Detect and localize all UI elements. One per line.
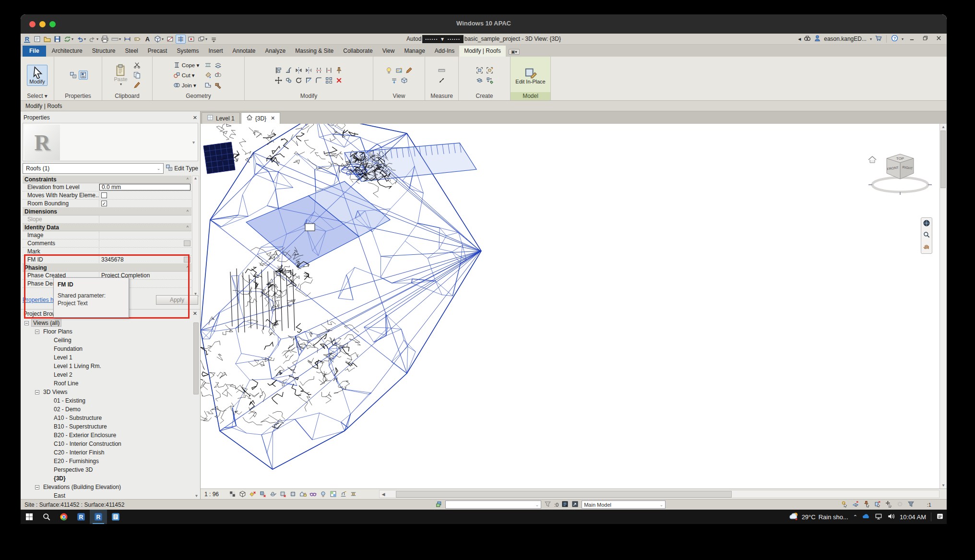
move-button[interactable]	[274, 76, 283, 85]
window-restore-button[interactable]	[920, 35, 930, 43]
ellipsis-button[interactable]	[184, 240, 190, 246]
save-button[interactable]	[53, 35, 62, 44]
canvas-horizontal-scrollbar[interactable]: ◀	[379, 490, 939, 498]
join-button[interactable]: Join ▾	[172, 81, 200, 90]
measure-ruler-button[interactable]: ▾	[110, 35, 122, 44]
taskbar-revit-active-icon[interactable]: R	[90, 510, 107, 524]
help-icon[interactable]: ?	[891, 35, 898, 43]
model-canvas[interactable]: TOP FRONT RIGHT ▲▼	[201, 124, 947, 489]
network-icon[interactable]	[875, 512, 882, 522]
properties-scrollbar[interactable]: ▲▼	[192, 176, 199, 297]
view-box-button[interactable]	[400, 76, 409, 85]
temporary-hide-button[interactable]	[319, 490, 327, 499]
create-assembly-button[interactable]	[475, 76, 484, 85]
collapse-icon[interactable]	[35, 485, 39, 489]
collapse-icon[interactable]	[24, 321, 29, 325]
underlay-arrow-button[interactable]	[390, 76, 399, 85]
tree-item-e20-furnishings[interactable]: E20 - Furnishings	[22, 457, 192, 465]
taskbar-revit-icon[interactable]: R	[72, 510, 90, 524]
project-browser-close-icon[interactable]: ✕	[193, 310, 197, 317]
mirror-draw-button[interactable]	[304, 66, 313, 75]
shadows-off-button[interactable]	[258, 490, 267, 499]
close-hidden-windows-button[interactable]	[187, 35, 196, 44]
tree-item--3d-[interactable]: {3D}	[22, 474, 192, 483]
property-row-fm-id[interactable]: FM ID3345678	[23, 256, 191, 264]
tree-item-level-1-living-rm-[interactable]: Level 1 Living Rm.	[22, 362, 192, 370]
sync-button[interactable]: ▾	[63, 35, 74, 44]
scroll-down-icon[interactable]: ▼	[193, 494, 200, 498]
tab-file[interactable]: File	[23, 46, 46, 57]
cut-button[interactable]: Cut ▾	[172, 71, 200, 80]
tree-item-01-existing[interactable]: 01 - Existing	[22, 396, 192, 405]
beam-system-button[interactable]	[203, 60, 213, 70]
drag-on-selection-toggle[interactable]	[885, 500, 892, 509]
select-links-toggle[interactable]	[841, 500, 848, 509]
thin-lines-button[interactable]	[176, 35, 186, 44]
print-button[interactable]	[100, 35, 109, 44]
collapse-search-icon[interactable]: ◂	[798, 36, 801, 42]
zoom-tool-icon[interactable]	[923, 231, 930, 240]
locked-3d-view-button[interactable]	[298, 490, 307, 499]
property-row-mark[interactable]: Mark	[23, 248, 191, 256]
section-button[interactable]	[166, 35, 175, 44]
tab-annotate[interactable]: Annotate	[227, 46, 260, 57]
tree-item-a10-substructure[interactable]: A10 - Substructure	[22, 414, 192, 422]
workset-dropdown[interactable]: ⌄	[445, 500, 541, 509]
section-dimensions[interactable]: Dimensions^	[23, 208, 191, 215]
trim-extend-button[interactable]	[304, 76, 313, 85]
tree-item-c20-interior-finish[interactable]: C20 - Interior Finish	[22, 448, 192, 457]
create-parts-button[interactable]	[485, 76, 494, 85]
tab-add-ins[interactable]: Add-Ins	[430, 46, 459, 57]
pan-tool-icon[interactable]	[923, 242, 930, 252]
design-options-icon[interactable]	[561, 500, 569, 509]
tree-item-roof-line[interactable]: Roof Line	[22, 379, 192, 388]
aligned-dimension-button[interactable]	[123, 35, 132, 44]
delete-button[interactable]	[334, 76, 344, 85]
open-folder-button[interactable]	[43, 35, 52, 44]
offset-button[interactable]	[284, 66, 293, 75]
tab-architecture[interactable]: Architecture	[47, 46, 87, 57]
trim-corner-button[interactable]	[314, 76, 323, 85]
render-camera-button[interactable]	[394, 66, 404, 75]
measure-diagonal-button[interactable]	[437, 76, 446, 85]
properties-palette-header[interactable]: Properties ✕	[21, 113, 200, 122]
taskbar-weather[interactable]: 29°C Rain sho...	[789, 512, 848, 523]
section-phasing[interactable]: Phasing^	[23, 264, 191, 272]
text-note-button[interactable]: A	[143, 35, 152, 44]
search-icon[interactable]	[804, 35, 811, 43]
tree-item-ceiling[interactable]: Ceiling	[22, 336, 192, 345]
ellipsis-button[interactable]	[184, 257, 190, 262]
cut-scissors-button[interactable]	[132, 60, 142, 70]
apply-button[interactable]: Apply	[156, 295, 198, 305]
property-row-room-bounding[interactable]: Room Bounding✓	[23, 200, 191, 208]
modify-button[interactable]: Modify	[27, 65, 47, 86]
editable-only-filter-icon[interactable]	[544, 500, 551, 509]
split-element-button[interactable]	[314, 66, 323, 75]
onedrive-icon[interactable]	[862, 512, 870, 522]
properties-palette-button[interactable]	[79, 71, 88, 80]
taskbar-start-button-icon[interactable]	[21, 510, 38, 524]
file-info-button[interactable]	[33, 35, 42, 44]
tree-item-c10-interior-construction[interactable]: C10 - Interior Construction	[22, 440, 192, 448]
sun-path-off-button[interactable]	[248, 490, 257, 499]
reveal-constraints-button[interactable]	[349, 490, 357, 499]
type-properties-button[interactable]	[69, 71, 78, 80]
type-selector-dropdown[interactable]: Roofs (1) ⌄	[23, 163, 164, 174]
tab-modify-roofs[interactable]: Modify | Roofs	[459, 46, 505, 57]
ribbon-display-toggle[interactable]: ▣▾	[509, 49, 520, 55]
paintbrush-button[interactable]	[404, 66, 414, 75]
displacement-sets-button[interactable]	[339, 490, 347, 499]
scroll-left-icon[interactable]: ◀	[380, 492, 387, 497]
tab-steel[interactable]: Steel	[120, 46, 143, 57]
tree-item-perspective-3d[interactable]: Perspective 3D	[22, 465, 192, 474]
tree-item-views-all-[interactable]: Views (all)	[22, 319, 192, 327]
active-option-icon[interactable]	[571, 500, 579, 509]
create-group-button[interactable]	[475, 66, 484, 75]
array-button[interactable]	[324, 76, 333, 85]
switch-windows-button[interactable]: ▾	[197, 35, 208, 44]
mirror-pick-button[interactable]	[294, 66, 303, 75]
select-underlay-toggle[interactable]	[852, 500, 859, 509]
taskbar-chrome-icon[interactable]	[55, 510, 72, 524]
create-similar-button[interactable]	[485, 66, 494, 75]
property-row-image[interactable]: Image	[23, 231, 191, 239]
